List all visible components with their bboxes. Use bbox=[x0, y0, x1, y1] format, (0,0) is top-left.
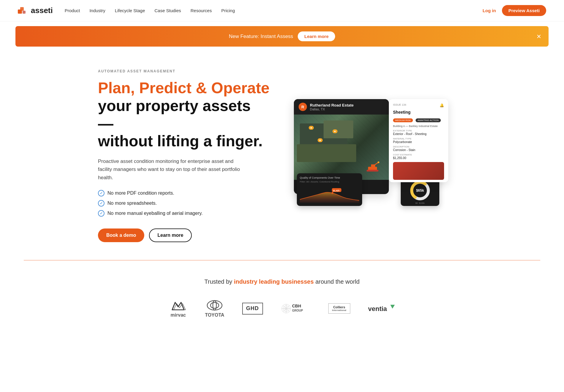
cost-donut-chart: $65k bbox=[410, 180, 430, 201]
hero-description: Proactive asset condition monitoring for… bbox=[98, 157, 240, 182]
cost-value: $65k bbox=[410, 180, 430, 201]
hero-section: AUTOMATED ASSET MANAGEMENT Plan, Predict… bbox=[74, 51, 490, 260]
description-value: Corrosion - Stain bbox=[393, 148, 444, 152]
trusted-section: Trusted by industry leading businesses a… bbox=[0, 261, 564, 330]
status-badge: AWAITING ACTION bbox=[416, 118, 441, 122]
cost-legend-low: $0 bbox=[416, 202, 418, 204]
preview-button[interactable]: Preview Asseti bbox=[502, 5, 546, 16]
colliers-logo: Colliers International bbox=[328, 303, 350, 314]
hero-buttons: Book a demo Learn more bbox=[98, 228, 270, 242]
nav-right: Log in Preview Asseti bbox=[483, 5, 546, 16]
mirvac-text: mirvac bbox=[171, 312, 186, 318]
check-icon-2 bbox=[98, 200, 104, 207]
checklist-item-2: No more spreadsheets. bbox=[98, 200, 270, 207]
property-name: Rutherland Road Estate bbox=[310, 103, 354, 107]
checklist-text-2: No more spreadsheets. bbox=[107, 201, 157, 206]
cost-legend: $0 $100k bbox=[416, 202, 425, 204]
nav-industry[interactable]: Industry bbox=[89, 8, 105, 13]
issue-field-exterior: EXTERIOR TYPE Exterior - Roof - Sheeting bbox=[393, 129, 444, 136]
issue-field-description: DESCRIPTION Corrosion - Stain bbox=[393, 145, 444, 152]
tag-2: ■ bbox=[332, 129, 338, 133]
banner-learn-more[interactable]: Learn more bbox=[298, 31, 335, 41]
hero-eyebrow: AUTOMATED ASSET MANAGEMENT bbox=[98, 69, 270, 73]
risk-badge: MEDIUM RISK bbox=[393, 118, 413, 122]
issue-header: ISSUE 134 🔔 bbox=[393, 103, 444, 107]
toyota-logo: TOYOTA bbox=[205, 299, 224, 318]
building-shape-3 bbox=[297, 144, 356, 162]
material-label: MATERIAL TYPE bbox=[393, 137, 444, 140]
hero-title: Plan, Predict & Operate your property as… bbox=[98, 79, 270, 150]
hero-title-black: your property assets —without lifting a … bbox=[98, 97, 263, 150]
tag-1: ■ bbox=[309, 126, 314, 130]
cbh-logo: CBH GROUP bbox=[281, 303, 310, 315]
quality-chart-card: Quality of Components Over Time Filter: … bbox=[297, 173, 362, 206]
logo[interactable]: asseti bbox=[18, 5, 53, 16]
aerial-image: ■ ■ ■ bbox=[294, 115, 389, 180]
trusted-suffix: around the world bbox=[314, 278, 360, 285]
trusted-prefix: Trusted by bbox=[205, 278, 234, 285]
partner-logos: mirvac TOYOTA GHD bbox=[12, 299, 552, 318]
logo-icon bbox=[18, 5, 28, 16]
issue-detail-card: ISSUE 134 🔔 Sheeting MEDIUM RISK AWAITIN… bbox=[389, 99, 448, 182]
svg-marker-29 bbox=[390, 305, 395, 309]
hero-content: AUTOMATED ASSET MANAGEMENT Plan, Predict… bbox=[98, 69, 270, 242]
property-info: Rutherland Road Estate Dallas, TX bbox=[310, 103, 354, 111]
toyota-text: TOYOTA bbox=[205, 312, 224, 318]
ghd-logo: GHD bbox=[242, 303, 263, 315]
exterior-value: Exterior - Roof - Sheeting bbox=[393, 132, 444, 136]
banner-close-button[interactable]: ✕ bbox=[536, 33, 541, 40]
nav-pricing[interactable]: Pricing bbox=[221, 8, 235, 13]
book-demo-button[interactable]: Book a demo bbox=[98, 228, 144, 242]
cost-legend-high: $100k bbox=[419, 202, 424, 204]
cost-est-value: $1,255.00 bbox=[393, 156, 444, 160]
announcement-banner: New Feature: Instant Assess Learn more ✕ bbox=[15, 26, 549, 47]
check-icon-1 bbox=[98, 190, 104, 196]
ventia-logo: ventia bbox=[368, 303, 395, 314]
navigation: asseti Product Industry Lifecycle Stage … bbox=[0, 0, 564, 21]
trusted-highlight: industry leading businesses bbox=[234, 278, 314, 285]
issue-image-thumbnail bbox=[393, 162, 444, 180]
nav-lifecycle[interactable]: Lifecycle Stage bbox=[115, 8, 145, 13]
check-icon-3 bbox=[98, 210, 104, 217]
nav-case-studies[interactable]: Case Studies bbox=[155, 8, 181, 13]
chart-title: Quality of Components Over Time bbox=[300, 176, 359, 179]
property-location: Dallas, TX bbox=[310, 107, 354, 111]
issue-field-cost: COST ESTIMATE $1,255.00 bbox=[393, 153, 444, 160]
chart-area: $1,425 bbox=[300, 185, 359, 203]
svg-rect-2 bbox=[23, 11, 26, 14]
svg-point-8 bbox=[332, 192, 333, 194]
nav-product[interactable]: Product bbox=[65, 8, 80, 13]
exterior-label: EXTERIOR TYPE bbox=[393, 129, 444, 132]
bell-icon: 🔔 bbox=[440, 103, 444, 107]
colliers-name: Colliers bbox=[333, 305, 345, 309]
mirvac-logo: mirvac bbox=[169, 299, 187, 318]
svg-point-17 bbox=[210, 302, 219, 308]
checklist-item-1: No more PDF condition reports. bbox=[98, 190, 270, 196]
tag-3: ■ bbox=[318, 138, 323, 142]
trusted-text: Trusted by industry leading businesses a… bbox=[12, 278, 552, 285]
learn-more-button[interactable]: Learn more bbox=[149, 228, 191, 242]
checklist-text-3: No more manual eyeballing of aerial imag… bbox=[107, 211, 203, 216]
cost-est-label: COST ESTIMATE bbox=[393, 153, 444, 156]
login-button[interactable]: Log in bbox=[483, 8, 496, 13]
issue-title: Sheeting bbox=[393, 110, 444, 115]
ghd-box: GHD bbox=[242, 303, 263, 315]
svg-text:GROUP: GROUP bbox=[292, 309, 303, 312]
svg-rect-1 bbox=[20, 7, 24, 11]
nav-left: asseti Product Industry Lifecycle Stage … bbox=[18, 5, 235, 16]
material-value: Polycarbonate bbox=[393, 140, 444, 144]
property-avatar: R bbox=[299, 103, 307, 111]
nav-resources[interactable]: Resources bbox=[191, 8, 212, 13]
svg-rect-5 bbox=[367, 170, 378, 172]
logo-text: asseti bbox=[31, 6, 53, 15]
section-divider bbox=[24, 260, 540, 261]
colliers-intl: International bbox=[332, 309, 346, 312]
svg-text:ventia: ventia bbox=[368, 305, 387, 312]
issue-badges: MEDIUM RISK AWAITING ACTION bbox=[393, 117, 444, 122]
chart-subtitle: Filter: All • Assets: Colorbond Roofing bbox=[300, 180, 359, 183]
banner-text: New Feature: Instant Assess bbox=[229, 34, 293, 39]
description-label: DESCRIPTION bbox=[393, 145, 444, 148]
hero-title-orange: Plan, Predict & Operate bbox=[98, 79, 270, 96]
aerial-card-header: R Rutherland Road Estate Dallas, TX bbox=[294, 99, 389, 115]
banner-wrapper: New Feature: Instant Assess Learn more ✕ bbox=[0, 21, 564, 51]
